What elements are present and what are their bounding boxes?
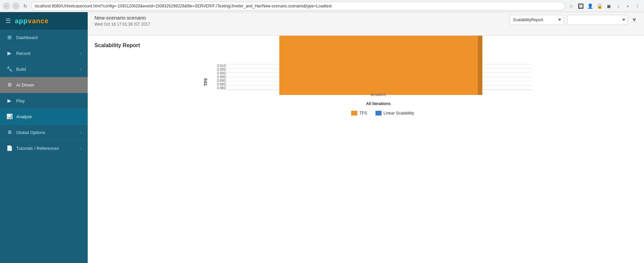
x-axis-title: All Iterations <box>366 101 391 106</box>
sidebar-label-dashboard: Dashboard <box>16 35 38 40</box>
y-label-0900: 0.900 <box>211 71 226 75</box>
scenario-date: Wed Oct 18 17:01:38 IST 2017 <box>94 22 150 27</box>
chart-main-wrapper: TPS 0.910 0.905 0.900 0.895 0.890 0.885 … <box>201 64 531 100</box>
y-label-0905: 0.905 <box>211 68 226 71</box>
global-options-icon: ⚙ <box>6 129 13 135</box>
legend-color-linear <box>375 111 382 116</box>
main-content: New-scenario.scenario Wed Oct 18 17:01:3… <box>88 12 644 263</box>
scenario-name: New-scenario.scenario <box>94 15 150 21</box>
sidebar-header: ☰ appvance <box>0 12 88 30</box>
sidebar-item-dashboard[interactable]: ⊞ Dashboard <box>0 30 88 45</box>
sidebar-item-build[interactable]: 🔧 Build ‹ <box>0 61 88 77</box>
user-icon[interactable]: ▼ <box>631 17 637 24</box>
y-axis-labels: 0.910 0.905 0.900 0.895 0.890 0.885 0.88… <box>211 64 226 100</box>
build-chevron-icon: ‹ <box>80 67 82 71</box>
top-header: New-scenario.scenario Wed Oct 18 17:01:3… <box>88 12 644 36</box>
tutorials-chevron-icon: ‹ <box>80 146 82 150</box>
record-icon: ▶ <box>6 50 13 56</box>
extension-icon2[interactable]: 👤 <box>586 2 594 10</box>
browser-icons: ☆ 🔲 👤 🔒 ◼ ↓ ▪ ⋮ <box>567 2 641 10</box>
chart-legend: TPS Linear Scalability <box>351 111 414 116</box>
record-chevron-icon: ‹ <box>80 51 82 55</box>
brand-suffix: vance <box>28 17 49 25</box>
sidebar-label-tutorials: Tutorials / References <box>16 146 59 151</box>
refresh-button[interactable]: ↻ <box>22 2 29 10</box>
extension-icon1[interactable]: 🔲 <box>577 2 585 10</box>
y-label-0880: 0.880 <box>211 86 226 90</box>
sidebar-item-analyze[interactable]: 📊 Analyze <box>0 109 88 125</box>
y-label-0910: 0.910 <box>211 64 226 68</box>
forward-button[interactable]: → <box>12 2 20 10</box>
report-subtype-dropdown[interactable] <box>567 15 628 25</box>
menu-button[interactable]: ⋮ <box>633 2 641 10</box>
ai-driven-icon: ⚙ <box>6 82 13 88</box>
extension-icon6[interactable]: ▪ <box>624 2 632 10</box>
header-left: New-scenario.scenario Wed Oct 18 17:01:3… <box>94 15 150 27</box>
back-button[interactable]: ← <box>3 2 10 10</box>
header-controls: ScalabilityReport ▼ <box>510 15 637 25</box>
bar-3d-group <box>279 36 478 90</box>
x-iteration-label: Iteration1 <box>371 93 386 97</box>
legend-color-tps <box>351 111 357 116</box>
sidebar-label-global-options: Global Options <box>16 130 45 135</box>
sidebar-label-record: Record <box>16 51 30 56</box>
y-label-0895: 0.895 <box>211 75 226 79</box>
bookmark-icon[interactable]: ☆ <box>567 2 575 10</box>
bar-orange-body <box>279 36 478 95</box>
extension-icon5[interactable]: ↓ <box>614 2 622 10</box>
brand-prefix: app <box>15 17 28 25</box>
report-type-dropdown[interactable]: ScalabilityReport <box>510 15 564 25</box>
global-options-chevron-icon: ‹ <box>80 130 82 134</box>
legend-item-linear: Linear Scalability <box>375 111 414 116</box>
sidebar-item-play[interactable]: ▶ Play <box>0 93 88 109</box>
sidebar-item-global-options[interactable]: ⚙ Global Options ‹ <box>0 125 88 140</box>
extension-icon3[interactable]: 🔒 <box>595 2 604 10</box>
y-axis-title-wrapper: TPS <box>201 64 211 100</box>
legend-label-tps: TPS <box>359 111 367 116</box>
chart-border <box>226 64 531 90</box>
build-icon: 🔧 <box>6 66 13 72</box>
bar-orange-right <box>478 36 482 95</box>
legend-item-tps: TPS <box>351 111 367 116</box>
y-axis-title: TPS <box>203 78 208 86</box>
sidebar: ☰ appvance ⊞ Dashboard ▶ Record ‹ 🔧 Buil… <box>0 12 88 263</box>
dashboard-icon: ⊞ <box>6 34 13 40</box>
sidebar-label-ai-driven: AI Driven <box>16 83 34 88</box>
brand-logo: appvance <box>15 17 49 25</box>
x-axis-label-wrapper: Iteration1 <box>226 93 531 97</box>
play-icon: ▶ <box>6 98 13 104</box>
browser-chrome: ← → ↻ ☆ 🔲 👤 🔒 ◼ ↓ ▪ ⋮ <box>0 0 644 12</box>
y-label-0885: 0.885 <box>211 83 226 86</box>
chart-container: Global Scalability Index TPS 0.910 0.905… <box>94 55 637 256</box>
sidebar-label-build: Build <box>16 67 26 72</box>
sidebar-item-ai-driven[interactable]: ⚙ AI Driven <box>0 77 88 93</box>
report-area: Scalability Report Global Scalability In… <box>88 36 644 263</box>
app-container: ☰ appvance ⊞ Dashboard ▶ Record ‹ 🔧 Buil… <box>0 12 644 263</box>
sidebar-label-analyze: Analyze <box>16 114 32 119</box>
extension-icon4[interactable]: ◼ <box>605 2 613 10</box>
address-bar[interactable] <box>31 2 565 10</box>
chart-plot-area: Iteration1 <box>226 64 531 100</box>
sidebar-item-record[interactable]: ▶ Record ‹ <box>0 45 88 61</box>
legend-label-linear: Linear Scalability <box>384 111 414 116</box>
sidebar-label-play: Play <box>16 98 25 103</box>
sidebar-item-tutorials[interactable]: 📄 Tutorials / References ‹ <box>0 140 88 156</box>
analyze-icon: 📊 <box>6 113 13 120</box>
tutorials-icon: 📄 <box>6 145 13 151</box>
y-label-0890: 0.890 <box>211 79 226 83</box>
hamburger-icon[interactable]: ☰ <box>5 17 11 25</box>
